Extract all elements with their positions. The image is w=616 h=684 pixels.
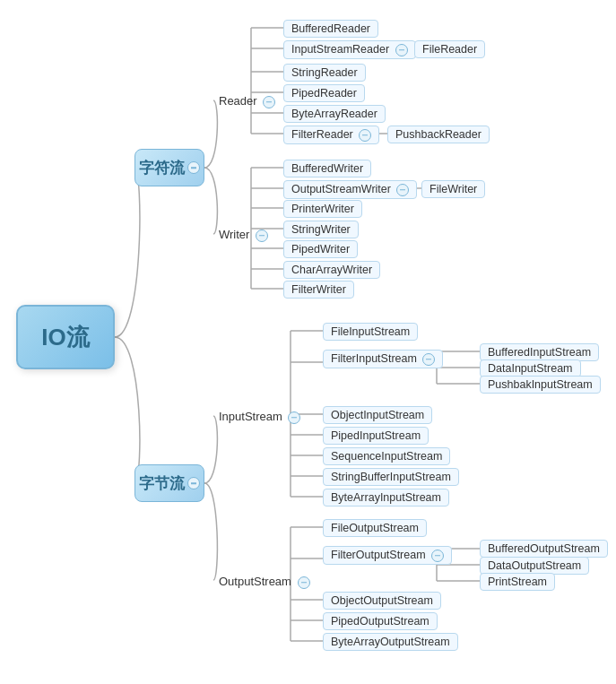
leaf-dataoutputstream: DataOutputStream bbox=[480, 557, 589, 575]
leaf-filewriter: FileWriter bbox=[421, 180, 485, 198]
leaf-objectinputstream: ObjectInputStream bbox=[323, 406, 432, 424]
leaf-stringwriter: StringWriter bbox=[283, 221, 359, 238]
leaf-sequenceinputstream: SequenceInputStream bbox=[323, 447, 450, 465]
leaf-filterwriter: FilterWriter bbox=[283, 281, 354, 299]
collapse-reader-icon[interactable] bbox=[263, 96, 275, 108]
l1-byte-node: 字节流 bbox=[134, 464, 204, 502]
collapse-filterinputstream-icon[interactable] bbox=[422, 353, 435, 366]
leaf-printstream: PrintStream bbox=[480, 573, 555, 591]
l1-char-node: 字符流 bbox=[134, 149, 204, 186]
collapse-byte-icon[interactable] bbox=[187, 477, 200, 489]
leaf-fileinputstream: FileInputStream bbox=[323, 323, 418, 341]
leaf-fileoutputstream: FileOutputStream bbox=[323, 519, 427, 537]
leaf-datainputstream: DataInputStream bbox=[480, 359, 581, 377]
l1-byte-label: 字节流 bbox=[139, 473, 185, 494]
leaf-bytearrayoutputstream: ByteArrayOutputStream bbox=[323, 633, 458, 651]
leaf-filterreader: FilterReader bbox=[283, 126, 379, 144]
l2-inputstream-node: InputStream bbox=[219, 410, 300, 424]
leaf-filteroutputstream: FilterOutputStream bbox=[323, 546, 452, 565]
collapse-outputstream-icon[interactable] bbox=[298, 576, 310, 589]
leaf-filereader: FileReader bbox=[414, 40, 485, 58]
leaf-bytearrayinputstream: ByteArrayInputStream bbox=[323, 489, 449, 507]
leaf-stringbufferinputstream: StringBufferInputStream bbox=[323, 468, 459, 486]
leaf-bufferedwriter: BufferedWriter bbox=[283, 160, 371, 177]
mind-map: IO流 字符流 字节流 Reader Writer InputStream Ou… bbox=[0, 0, 616, 684]
collapse-inputstreamreader-icon[interactable] bbox=[395, 44, 408, 56]
l2-writer-label: Writer bbox=[219, 228, 249, 241]
l1-char-label: 字符流 bbox=[139, 158, 185, 178]
l2-reader-node: Reader bbox=[219, 94, 275, 108]
l2-writer-node: Writer bbox=[219, 228, 268, 242]
l2-reader-label: Reader bbox=[219, 94, 257, 108]
leaf-inputstreamreader: InputStreamReader bbox=[283, 40, 416, 59]
leaf-pushbackreader: PushbackReader bbox=[387, 126, 490, 143]
leaf-pipedinputstream: PipedInputStream bbox=[323, 427, 429, 445]
leaf-bufferedinputstream: BufferedInputStream bbox=[480, 343, 599, 361]
leaf-bufferedreader: BufferedReader bbox=[283, 20, 378, 38]
leaf-printerwriter: PrinterWriter bbox=[283, 200, 362, 218]
l2-outputstream-label: OutputStream bbox=[219, 575, 291, 588]
l2-outputstream-node: OutputStream bbox=[219, 575, 310, 589]
collapse-char-icon[interactable] bbox=[187, 161, 200, 174]
leaf-pipedwriter: PipedWriter bbox=[283, 240, 358, 258]
leaf-bufferedoutputstream: BufferedOutputStream bbox=[480, 540, 608, 558]
collapse-outputstreamwriter-icon[interactable] bbox=[396, 184, 409, 196]
leaf-outputstreamwriter: OutputStreamWriter bbox=[283, 180, 417, 199]
collapse-filterreader-icon[interactable] bbox=[359, 129, 371, 142]
collapse-inputstream-icon[interactable] bbox=[288, 411, 300, 424]
root-node: IO流 bbox=[16, 305, 115, 369]
collapse-filteroutputstream-icon[interactable] bbox=[431, 550, 444, 562]
leaf-bytearrayreader: ByteArrayReader bbox=[283, 105, 386, 123]
leaf-filterinputstream: FilterInputStream bbox=[323, 350, 443, 368]
leaf-chararraywriter: CharArrayWriter bbox=[283, 261, 380, 279]
leaf-stringreader: StringReader bbox=[283, 64, 366, 82]
leaf-pipedoutputstream: PipedOutputStream bbox=[323, 612, 438, 630]
leaf-objectoutputstream: ObjectOutputStream bbox=[323, 592, 441, 610]
root-label: IO流 bbox=[41, 322, 89, 353]
leaf-pushbakinputstream: PushbakInputStream bbox=[480, 376, 601, 394]
l2-inputstream-label: InputStream bbox=[219, 410, 282, 423]
leaf-pipedreader: PipedReader bbox=[283, 84, 365, 102]
collapse-writer-icon[interactable] bbox=[256, 229, 268, 242]
